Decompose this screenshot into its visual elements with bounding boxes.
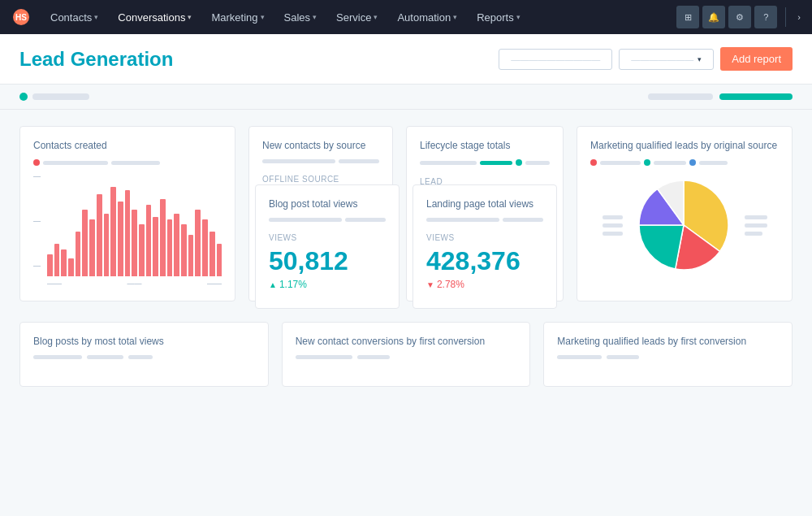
mql-conversion-card: Marketing qualified leads by first conve… [543, 322, 793, 387]
lc-dot [516, 159, 522, 166]
svg-text:HS: HS [15, 13, 27, 22]
nav-icon-group: ⊞ 🔔 ⚙ ? [676, 6, 777, 28]
chevron-down-icon: ▾ [453, 13, 457, 21]
date-filter-button[interactable]: —————————— [499, 49, 612, 70]
bar [188, 235, 194, 276]
bp-line-1 [33, 355, 82, 359]
y-label-mid: — [33, 217, 41, 225]
nav-grid-icon[interactable]: ⊞ [676, 6, 699, 28]
nav-sales[interactable]: Sales ▾ [276, 8, 326, 27]
nav-help-icon[interactable]: ? [754, 6, 777, 28]
landing-views-title: Landing page total views [426, 198, 543, 210]
blog-views-subtitle: VIEWS [269, 233, 386, 242]
landing-views-lines [426, 218, 543, 222]
chevron-down-icon: ▾ [698, 55, 702, 63]
top-cards-row: Contacts created — — — —— —— —— [19, 126, 793, 301]
nav-service[interactable]: Service ▾ [328, 8, 386, 27]
bar [54, 244, 60, 276]
bar [202, 219, 208, 276]
mql2-line-2 [607, 355, 639, 359]
header-actions: —————————— ——————— ▾ Add report [499, 47, 793, 71]
nc-line-2 [339, 159, 379, 163]
lifecycle-title: Lifecycle stage totals [420, 140, 550, 151]
pie-chart [631, 172, 736, 278]
blog-views-card: Blog post total views VIEWS 50,812 ▲ 1.1… [255, 184, 400, 309]
nav-expand-icon[interactable]: › [794, 9, 804, 25]
lc-line-2 [480, 161, 512, 165]
add-report-button[interactable]: Add report [720, 47, 793, 71]
main-content: Contacts created — — — —— —— —— [0, 110, 812, 416]
nav-gear-icon[interactable]: ⚙ [728, 6, 751, 28]
filter-right [648, 93, 793, 100]
blog-views-lines [269, 218, 386, 222]
y-label-top: — [33, 172, 41, 180]
bar [82, 210, 88, 277]
mql-title: Marketing qualified leads by original so… [590, 140, 779, 151]
pie-right-bar-2 [745, 223, 767, 228]
landing-views-subtitle: VIEWS [426, 233, 543, 242]
new-contacts-subtitle: OFFLINE SOURCE [262, 175, 379, 184]
contacts-created-card: Contacts created — — — —— —— —— [19, 126, 235, 301]
mql-dot-red [590, 159, 597, 166]
landing-views-value: 428,376 [426, 247, 543, 275]
pie-right-bar-3 [745, 232, 762, 236]
lc-line-3 [525, 161, 550, 165]
bar [76, 232, 81, 276]
pie-left-bar-2 [603, 223, 623, 228]
legend-line-1 [43, 161, 108, 165]
bv-line-1 [269, 218, 342, 222]
bar-chart [47, 179, 222, 276]
nav-marketing[interactable]: Marketing ▾ [203, 8, 272, 27]
nav-contacts[interactable]: Contacts ▾ [42, 8, 106, 27]
bp-line-2 [87, 355, 123, 359]
up-arrow-icon: ▲ [269, 280, 277, 289]
landing-views-card: Landing page total views VIEWS 428,376 ▼… [412, 184, 557, 309]
bar [61, 249, 67, 276]
bar [104, 214, 110, 276]
bar [160, 199, 166, 276]
pie-right-bar-1 [745, 215, 767, 219]
bar [153, 217, 158, 276]
landing-views-change: ▼ 2.78% [426, 279, 543, 290]
bar [110, 187, 116, 276]
chevron-down-icon: ▾ [374, 13, 378, 21]
y-label-bot: — [33, 262, 41, 270]
nav-bell-icon[interactable]: 🔔 [702, 6, 725, 28]
bar [174, 214, 179, 276]
mql2-line-1 [557, 355, 602, 359]
nav-automation[interactable]: Automation ▾ [389, 8, 465, 27]
mql-line-1 [600, 161, 641, 165]
lv-line-1 [426, 218, 499, 222]
top-navigation: HS Contacts ▾ Conversations ▾ Marketing … [0, 0, 812, 34]
bar [209, 232, 215, 276]
pie-left-bar-1 [603, 215, 623, 219]
bottom-cards-row: Blog posts by most total views New conta… [19, 322, 793, 387]
compare-filter-button[interactable]: ——————— ▾ [619, 49, 714, 70]
x-label-1: —— [47, 280, 62, 288]
mql-line-2 [654, 161, 686, 165]
bar [118, 202, 123, 276]
bar [89, 219, 95, 276]
page-title: Lead Generation [19, 48, 173, 71]
bp-line-3 [128, 355, 153, 359]
hubspot-logo[interactable]: HS [8, 4, 34, 30]
legend-line-2 [111, 161, 160, 165]
landing-views-stat: VIEWS 428,376 ▼ 2.78% [426, 228, 543, 295]
contacts-created-title: Contacts created [33, 140, 222, 151]
bar [167, 219, 173, 276]
bar [139, 224, 145, 276]
bar [125, 190, 131, 276]
bar [181, 224, 187, 276]
chevron-down-icon: ▾ [516, 13, 520, 21]
blog-posts-title: Blog posts by most total views [33, 336, 255, 347]
blog-views-value: 50,812 [269, 247, 386, 275]
down-arrow-icon: ▼ [426, 280, 434, 289]
blog-posts-lines [33, 355, 255, 359]
mql-conversion-lines [557, 355, 779, 359]
page-header: Lead Generation —————————— ——————— ▾ Add… [0, 34, 812, 85]
legend-dot-red [33, 159, 40, 166]
blog-views-change: ▲ 1.17% [269, 279, 386, 290]
bv-line-2 [345, 218, 386, 222]
nav-conversations[interactable]: Conversations ▾ [110, 8, 200, 27]
nav-reports[interactable]: Reports ▾ [469, 8, 529, 27]
